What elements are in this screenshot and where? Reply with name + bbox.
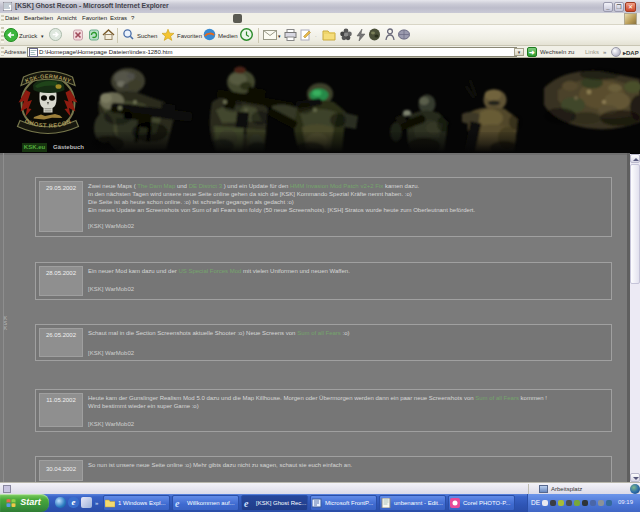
svg-text:e: e (244, 498, 249, 508)
svg-text:e: e (175, 498, 180, 508)
